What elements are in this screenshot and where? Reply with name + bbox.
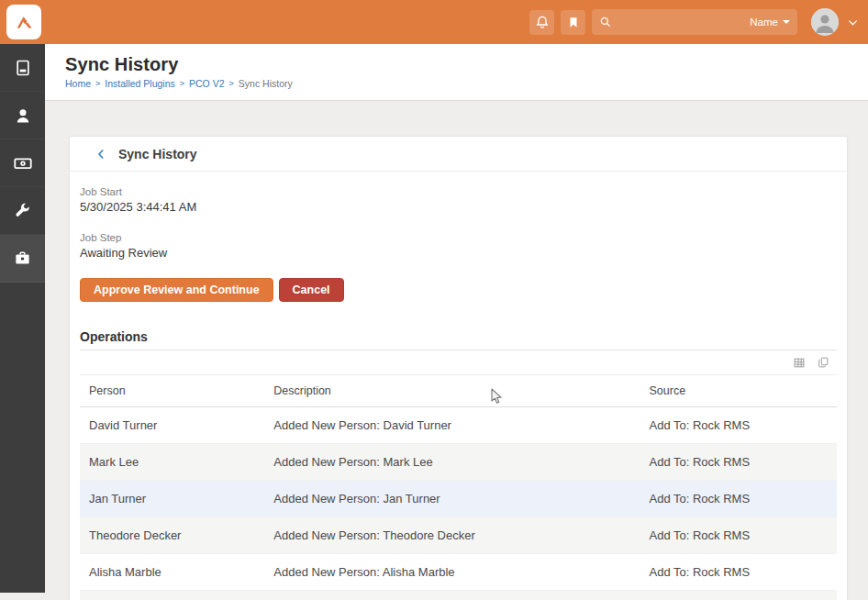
panel-title: Sync History — [118, 147, 197, 161]
search-box: Name — [592, 9, 797, 35]
caret-down-icon — [783, 20, 790, 24]
column-header-person[interactable]: Person — [80, 375, 264, 407]
panel-body: Job Start 5/30/2025 3:44:41 AM Job Step … — [70, 172, 847, 600]
table-row[interactable]: Jan Turner Added New Person: Jan Turner … — [80, 481, 837, 517]
chevron-down-icon — [847, 17, 859, 28]
job-start-label: Job Start — [80, 186, 837, 197]
cell-person: Jan Turner — [80, 481, 264, 517]
person-silhouette-icon — [811, 8, 839, 36]
breadcrumb-separator: > — [180, 79, 184, 88]
table-header-row: Person Description Source — [80, 375, 837, 407]
copy-icon — [818, 356, 829, 369]
grid-columns-button[interactable] — [793, 357, 806, 369]
breadcrumb-installed-plugins[interactable]: Installed Plugins — [105, 78, 174, 89]
breadcrumb-separator: > — [229, 79, 234, 88]
grid-toolbar — [80, 350, 837, 375]
sidebar-item-finance[interactable] — [0, 139, 45, 187]
column-header-description[interactable]: Description — [264, 375, 640, 407]
action-buttons: Approve Review and Continue Cancel — [80, 278, 837, 302]
sidebar-item-installed-plugins[interactable] — [0, 235, 45, 283]
operations-table: Person Description Source David Turner A… — [80, 375, 837, 600]
cell-source: Add To: Rock RMS — [640, 517, 837, 554]
sidebar-item-people-pages[interactable] — [0, 44, 45, 92]
table-row[interactable]: Mark Lee Added New Person: Mark Lee Add … — [80, 444, 837, 481]
top-navbar: Name — [0, 0, 868, 44]
person-icon — [14, 106, 32, 125]
cell-source: Add To: Rock RMS — [640, 481, 837, 517]
operations-grid: Person Description Source David Turner A… — [80, 350, 837, 600]
panel-header: Sync History — [70, 137, 847, 172]
table-row[interactable]: Alisha Marble Added New Person: Alisha M… — [80, 554, 837, 591]
table-row[interactable]: William Marble Added New Person: William… — [80, 591, 837, 600]
cell-description: Added New Person: William Marble — [264, 591, 640, 600]
operations-heading: Operations — [80, 329, 837, 344]
job-start-field: Job Start 5/30/2025 3:44:41 AM — [80, 186, 837, 214]
book-icon — [14, 59, 32, 77]
account-menu-chevron[interactable] — [847, 17, 859, 28]
sync-history-panel: Sync History Job Start 5/30/2025 3:44:41… — [69, 136, 848, 600]
sidebar-item-person-profile[interactable] — [0, 92, 45, 139]
toolbox-icon — [14, 250, 31, 267]
money-bill-icon — [13, 153, 33, 173]
breadcrumb-pco-v2[interactable]: PCO V2 — [189, 78, 225, 89]
back-button[interactable] — [95, 148, 106, 161]
notifications-button[interactable] — [529, 10, 554, 35]
copy-export-button[interactable] — [818, 356, 829, 369]
rock-logo-icon — [12, 10, 36, 34]
search-icon — [599, 16, 612, 28]
left-sidebar — [0, 44, 45, 593]
bell-icon — [535, 15, 550, 29]
cell-description: Added New Person: Jan Turner — [264, 481, 640, 517]
cell-description: Added New Person: Alisha Marble — [264, 554, 640, 591]
search-scope-label: Name — [750, 17, 778, 28]
rock-rms-logo[interactable] — [6, 5, 41, 39]
bookmarks-button[interactable] — [561, 10, 585, 35]
cell-person: Mark Lee — [80, 444, 264, 481]
breadcrumb-current: Sync History — [239, 78, 293, 89]
breadcrumb: Home > Installed Plugins > PCO V2 > Sync… — [65, 78, 868, 89]
sidebar-item-admin-tools[interactable] — [0, 187, 45, 235]
table-row[interactable]: David Turner Added New Person: David Tur… — [80, 407, 837, 444]
cell-description: Added New Person: Mark Lee — [264, 444, 640, 481]
job-step-field: Job Step Awaiting Review — [80, 232, 837, 260]
bookmark-icon — [567, 16, 580, 29]
wrench-icon — [14, 202, 31, 219]
cell-person: Theodore Decker — [80, 517, 264, 554]
job-start-value: 5/30/2025 3:44:41 AM — [80, 200, 837, 214]
breadcrumb-separator: > — [95, 79, 100, 88]
search-scope-dropdown[interactable]: Name — [750, 17, 790, 28]
cell-source: Add To: Rock RMS — [640, 591, 837, 600]
cell-description: Added New Person: David Turner — [264, 407, 640, 444]
cell-source: Add To: Rock RMS — [640, 444, 837, 481]
job-step-label: Job Step — [80, 232, 837, 243]
chevron-left-icon — [95, 148, 106, 161]
approve-review-button[interactable]: Approve Review and Continue — [80, 278, 273, 302]
cell-source: Add To: Rock RMS — [640, 407, 837, 444]
user-avatar[interactable] — [811, 8, 839, 36]
cell-person: David Turner — [80, 407, 264, 444]
cancel-button[interactable]: Cancel — [279, 278, 344, 302]
job-step-value: Awaiting Review — [80, 246, 837, 260]
column-header-source[interactable]: Source — [640, 375, 837, 407]
page-title: Sync History — [65, 54, 868, 75]
search-input[interactable] — [618, 16, 750, 28]
page-header: Sync History Home > Installed Plugins > … — [45, 44, 868, 101]
cell-description: Added New Person: Theodore Decker — [264, 517, 640, 554]
cell-person: Alisha Marble — [80, 554, 264, 591]
breadcrumb-home[interactable]: Home — [65, 78, 91, 89]
cell-person: William Marble — [80, 591, 264, 600]
table-row[interactable]: Theodore Decker Added New Person: Theodo… — [80, 517, 837, 554]
cell-source: Add To: Rock RMS — [640, 554, 837, 591]
page-content: Sync History Job Start 5/30/2025 3:44:41… — [45, 101, 868, 600]
table-grid-icon — [793, 357, 806, 369]
